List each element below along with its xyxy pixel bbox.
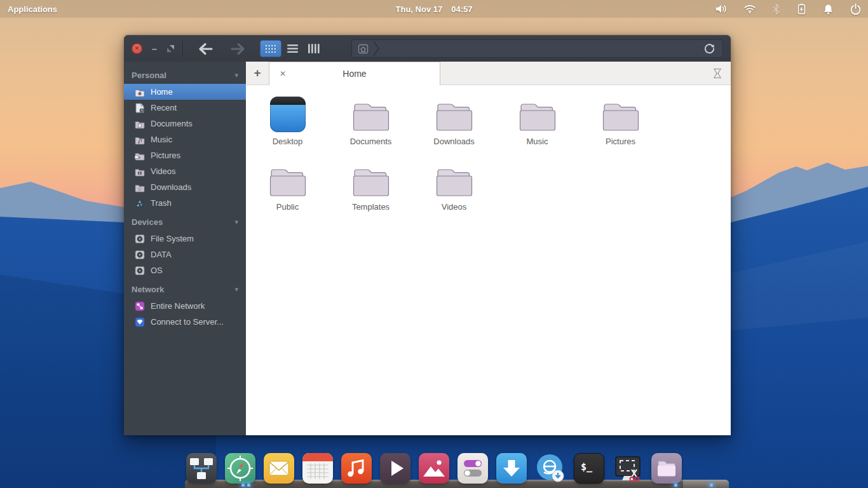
back-button[interactable]: [198, 43, 214, 55]
sidebar-item-file-system[interactable]: File System: [124, 231, 246, 247]
dock-appcenter-icon[interactable]: [535, 453, 566, 484]
volume-icon[interactable]: [715, 3, 728, 15]
maximize-button[interactable]: [167, 45, 174, 52]
desktop-icon: [270, 97, 306, 132]
network-icon: [135, 301, 145, 311]
tab-label: Home: [342, 69, 366, 79]
videos-folder-icon: [135, 166, 145, 177]
file-item-downloads[interactable]: Downloads: [412, 93, 496, 158]
sidebar-item-home[interactable]: Home: [124, 84, 246, 100]
server-icon: [135, 317, 145, 327]
file-manager-window: ✕ –: [124, 35, 731, 435]
dock-installer-icon[interactable]: [496, 453, 527, 484]
folder-icon: [518, 100, 557, 132]
hourglass-icon: [713, 62, 722, 85]
dock-mail-icon[interactable]: [264, 453, 294, 484]
drive-icon: [135, 266, 145, 276]
dock-music-icon[interactable]: [341, 453, 372, 484]
dock-running-indicator: [247, 484, 250, 487]
dock-calendar-icon[interactable]: [302, 453, 333, 484]
sidebar-item-entire-network[interactable]: Entire Network: [124, 298, 246, 314]
dock-running-indicator: [710, 484, 713, 487]
bluetooth-icon[interactable]: [772, 4, 780, 15]
notifications-icon[interactable]: [823, 4, 834, 15]
power-icon[interactable]: [850, 3, 862, 15]
sidebar-item-music[interactable]: Music: [124, 132, 246, 147]
collapse-caret-icon[interactable]: ▾: [234, 71, 238, 79]
list-view-button[interactable]: [281, 40, 303, 57]
sidebar-item-videos[interactable]: Videos: [124, 163, 246, 179]
file-item-desktop[interactable]: Desktop: [246, 93, 329, 158]
file-item-templates[interactable]: Templates: [329, 158, 412, 224]
sidebar-section-devices[interactable]: Devices ▾: [124, 214, 246, 231]
svg-text:$_: $_: [581, 461, 593, 473]
system-tray: [715, 0, 862, 18]
recent-icon: [135, 103, 145, 113]
dock: $_: [186, 453, 682, 484]
file-item-music[interactable]: Music: [496, 93, 579, 158]
folder-icon: [601, 100, 641, 132]
titlebar[interactable]: ✕ –: [124, 35, 731, 62]
folder-icon: [435, 166, 474, 198]
dock-files-icon[interactable]: [651, 453, 682, 484]
sidebar-section-personal[interactable]: Personal ▾: [124, 67, 246, 84]
documents-folder-icon: [135, 119, 145, 129]
folder-icon: [351, 166, 391, 198]
sidebar-item-connect-to-server[interactable]: Connect to Server...: [124, 314, 246, 330]
files-grid: Desktop Documents: [246, 85, 731, 224]
home-folder-icon: [135, 87, 145, 97]
dock-multitasking-icon[interactable]: [186, 453, 217, 484]
dock-screenshot-icon[interactable]: [613, 453, 643, 484]
hidden-window-edge-right[interactable]: [683, 480, 729, 488]
drive-icon: [135, 250, 145, 260]
clock-date: Thu, Nov 17: [396, 4, 443, 14]
dock-terminal-icon[interactable]: $_: [574, 453, 604, 484]
close-button[interactable]: ✕: [132, 43, 142, 54]
breadcrumb-home[interactable]: [352, 40, 381, 57]
sidebar-item-pictures[interactable]: Pictures: [124, 147, 246, 163]
columns-view-button[interactable]: [303, 40, 325, 57]
tab-home[interactable]: ✕ Home: [269, 62, 440, 85]
drive-icon: [135, 234, 145, 244]
dock-videos-icon[interactable]: [380, 453, 410, 484]
sidebar-item-recent[interactable]: Recent: [124, 100, 246, 116]
sidebar-item-downloads[interactable]: Downloads: [124, 179, 246, 195]
sidebar-item-data[interactable]: DATA: [124, 247, 246, 262]
collapse-caret-icon[interactable]: ▾: [234, 285, 238, 294]
downloads-folder-icon: [135, 182, 145, 193]
dock-running-indicator: [674, 484, 677, 487]
trash-icon: [135, 198, 145, 208]
sidebar-item-os[interactable]: OS: [124, 262, 246, 278]
refresh-button[interactable]: [700, 43, 719, 54]
dock-system-settings-icon[interactable]: [458, 453, 488, 484]
clock-time: 04:57: [451, 4, 472, 14]
top-panel: Applications Thu, Nov 17 04:57: [0, 0, 868, 18]
collapse-caret-icon[interactable]: ▾: [234, 218, 238, 226]
folder-icon: [435, 100, 474, 132]
grid-view-button[interactable]: [260, 40, 281, 57]
file-view[interactable]: Desktop Documents: [246, 85, 731, 435]
dock-web-browser-icon[interactable]: [225, 453, 255, 484]
music-folder-icon: [135, 135, 145, 145]
tab-bar: + ✕ Home: [246, 62, 731, 85]
folder-icon: [351, 100, 391, 132]
location-bar[interactable]: [351, 39, 723, 58]
sidebar-section-network[interactable]: Network ▾: [124, 281, 246, 298]
sidebar-item-documents[interactable]: Documents: [124, 116, 246, 132]
folder-icon: [268, 166, 308, 198]
sidebar-item-trash[interactable]: Trash: [124, 195, 246, 211]
tab-close-icon[interactable]: ✕: [280, 69, 286, 78]
pictures-folder-icon: [135, 151, 145, 161]
battery-icon[interactable]: [796, 4, 807, 15]
dock-photos-icon[interactable]: [419, 453, 449, 484]
minimize-button[interactable]: –: [151, 43, 158, 54]
dock-running-indicator: [241, 484, 245, 487]
forward-button[interactable]: [229, 43, 246, 55]
file-item-documents[interactable]: Documents: [329, 93, 412, 158]
wifi-icon[interactable]: [743, 4, 756, 14]
new-tab-button[interactable]: +: [246, 62, 269, 85]
file-item-public[interactable]: Public: [246, 158, 329, 224]
file-item-pictures[interactable]: Pictures: [579, 93, 662, 158]
sidebar: Personal ▾ Home: [124, 62, 246, 435]
file-item-videos[interactable]: Videos: [412, 158, 496, 224]
